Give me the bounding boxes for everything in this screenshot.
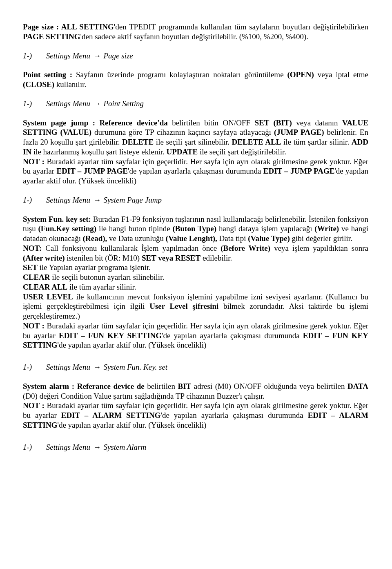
- bold-data: DATA: [347, 382, 368, 390]
- text: ile Yapılan ayarlar programa işlenir.: [38, 263, 151, 272]
- bold-edit-jump-page-1: EDIT – JUMP PAGE: [56, 167, 128, 175]
- text: belirtilen: [145, 382, 178, 390]
- nav-point-setting: 1-) Settings Menu → Point Setting: [23, 99, 368, 109]
- arrow-icon: →: [93, 196, 101, 204]
- bold-update: UPDATE: [166, 147, 198, 156]
- bold-before-write: (Before Write): [220, 244, 270, 252]
- text: ile seçili butonun ayarları silinebilir.: [50, 273, 165, 281]
- text: 'de yapılan ayarlarla çakışması durumund…: [161, 411, 308, 419]
- text: veya işlem yapıldıktan sonra: [270, 244, 368, 252]
- lead-system-page-jump: System page jump : Reference device'da: [23, 118, 168, 127]
- bold-close: (CLOSE): [23, 80, 54, 89]
- paragraph-system-fun-key-set: System Fun. key set: Buradan F1-F9 fonks…: [23, 214, 368, 350]
- bold-fun-key-setting: (Fun.Key setting): [38, 224, 97, 233]
- nav-system-fun-key: 1-) Settings Menu → System Fun. Key. set: [23, 362, 368, 372]
- nav-menu: Settings Menu: [46, 363, 92, 371]
- lead-page-size: Page size : ALL SETTING: [23, 22, 114, 31]
- text: adresi (M0) ON/OFF olduğunda veya belirt…: [191, 382, 347, 390]
- text: Sayfanın üzerinde programı kolaylaştıran…: [72, 70, 287, 79]
- text: kullanılır.: [54, 80, 86, 89]
- bold-read: (Read),: [83, 234, 107, 243]
- arrow-icon: →: [93, 99, 101, 108]
- bold-set-reset: SET veya RESET: [142, 254, 200, 262]
- nav-menu: Settings Menu: [46, 99, 92, 108]
- arrow-icon: →: [93, 443, 101, 451]
- nav-page-size: 1-) Settings Menu → Page size: [23, 51, 368, 61]
- bold-edit-alarm-1: EDIT – ALARM SETTING: [61, 411, 161, 419]
- text: 'de yapılan ayarlarla çakışması durumund…: [162, 331, 303, 340]
- text: veya iptal etme: [314, 70, 368, 79]
- nav-system-page-jump: 1-) Settings Menu → System Page Jump: [23, 195, 368, 205]
- bold-edit-jump-page-2: EDIT – JUMP PAGE: [263, 167, 335, 175]
- bold-open: (OPEN): [287, 70, 314, 79]
- paragraph-system-alarm: System alarm : Referance device de belir…: [23, 382, 368, 430]
- paragraph-page-size: Page size : ALL SETTING'den TPEDIT progr…: [23, 22, 368, 42]
- bold-clear: CLEAR: [23, 273, 50, 281]
- text: Call fonksiyonu kullanılarak İşlem yapıl…: [42, 244, 220, 252]
- text: ile tüm şartlar silinir.: [281, 138, 351, 146]
- text: hangi dataya işlem yapılacağı: [216, 224, 314, 233]
- nav-dest: System Alarm: [102, 443, 146, 451]
- bold-jump-page: (JUMP PAGE): [274, 128, 324, 136]
- nav-dest: System Fun. Key. set: [102, 363, 167, 371]
- nav-number: 1-): [23, 51, 44, 61]
- text: 'den sadece aktif sayfanın boyutları değ…: [80, 32, 309, 41]
- nav-number: 1-): [23, 195, 44, 205]
- text: ile hangi buton tipinde: [96, 224, 172, 233]
- paragraph-point-setting: Point setting : Sayfanın üzerinde progra…: [23, 70, 368, 89]
- text: ve Data uzunluğu: [107, 234, 166, 243]
- text: ile seçili şart silinebilir.: [154, 138, 232, 146]
- text: edilebilir.: [200, 254, 232, 262]
- text: Data tipi: [217, 234, 248, 243]
- bold-not-2: NOT :: [23, 321, 45, 330]
- text: ile tüm ayarlar silinir.: [67, 283, 136, 291]
- text: belirtilen bitin ON/OFF: [168, 118, 255, 127]
- text: 'den TPEDIT programında kullanılan tüm s…: [114, 22, 368, 31]
- nav-number: 1-): [23, 99, 44, 109]
- arrow-icon: →: [93, 363, 101, 371]
- lead-system-alarm: System alarm : Referance device de: [23, 382, 145, 390]
- bold-edit-fun-key-1: EDIT – FUN KEY SETTING: [59, 331, 162, 340]
- nav-dest: System Page Jump: [102, 196, 162, 204]
- bold-not: NOT :: [23, 157, 45, 166]
- arrow-icon: →: [93, 51, 101, 60]
- nav-number: 1-): [23, 362, 44, 372]
- text: 'de yapılan ayarlarla çakışması durumund…: [128, 167, 263, 175]
- bold-clear-all: CLEAR ALL: [23, 283, 67, 291]
- nav-system-alarm: 1-) Settings Menu → System Alarm: [23, 442, 368, 452]
- bold-page-setting: PAGE SETTING: [23, 32, 80, 41]
- bold-value-type: (Value Type): [248, 234, 290, 243]
- paragraph-system-page-jump: System page jump : Reference device'da b…: [23, 118, 368, 186]
- bold-delete-all: DELETE ALL: [232, 138, 281, 146]
- text: ile seçili şart değiştirilebilir.: [198, 147, 286, 156]
- text: istenilen bit (ÖR: M10): [65, 254, 142, 262]
- bold-after-write: (After write): [23, 254, 65, 262]
- nav-dest: Page size: [102, 51, 133, 60]
- nav-menu: Settings Menu: [46, 51, 92, 60]
- bold-bit: BIT: [178, 382, 192, 390]
- lead-point-setting: Point setting :: [23, 70, 72, 79]
- nav-menu: Settings Menu: [46, 443, 92, 451]
- text: veya datanın: [292, 118, 342, 127]
- text: (D0) değeri Condition Value şartını sağl…: [23, 392, 265, 400]
- bold-buton-type: (Buton Type): [173, 224, 217, 233]
- lead-system-fun-key: System Fun. key set:: [23, 215, 91, 223]
- text: 'de yapılan ayarlar aktif olur. (Yüksek …: [57, 341, 206, 349]
- bold-set-bit: SET (BIT): [254, 118, 292, 127]
- bold-not: NOT:: [23, 244, 42, 252]
- nav-menu: Settings Menu: [46, 196, 92, 204]
- nav-number: 1-): [23, 442, 44, 452]
- bold-user-level: USER LEVEL: [23, 292, 73, 301]
- bold-not: NOT :: [23, 401, 45, 410]
- text: 'de yapılan ayarlar aktif olur. (Yüksek …: [57, 421, 206, 429]
- nav-dest: Point Setting: [102, 99, 144, 108]
- bold-set: SET: [23, 263, 38, 272]
- text: durumuna göre TP cihazının kaçıncı sayfa…: [91, 128, 274, 136]
- bold-write: (Write): [314, 224, 339, 233]
- text: ile hazırlanmış koşullu şart listeye ekl…: [31, 147, 166, 156]
- bold-value-length: (Value Lenght),: [166, 234, 217, 243]
- bold-delete: DELETE: [122, 138, 154, 146]
- text: gibi değerler girilir.: [290, 234, 352, 243]
- bold-user-level-pw: User Level şifresini: [149, 302, 218, 310]
